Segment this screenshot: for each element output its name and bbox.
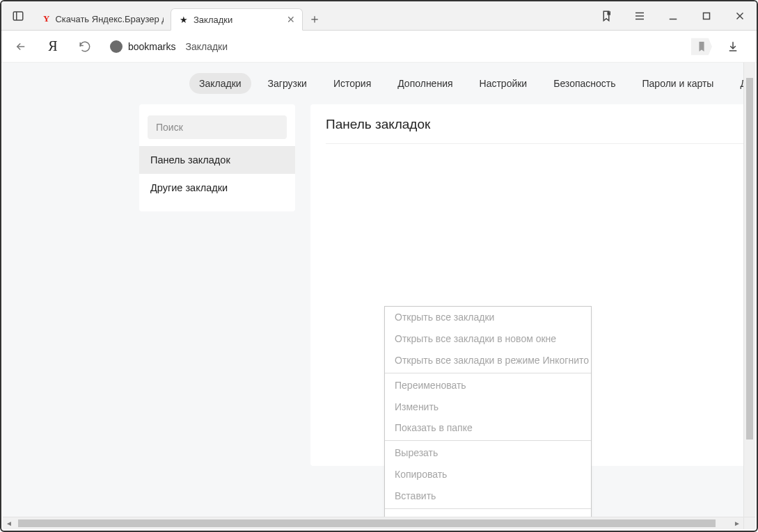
ctx-copy[interactable]: Копировать	[385, 464, 591, 485]
ctx-open-all-incognito[interactable]: Открыть все закладки в режиме Инкогнито	[385, 350, 591, 371]
panel-heading: Панель закладок	[326, 117, 755, 144]
downloads-button[interactable]	[719, 33, 747, 61]
star-icon: ★	[180, 15, 188, 25]
nav-settings[interactable]: Настройки	[470, 73, 537, 94]
bookmark-flag[interactable]	[691, 36, 712, 57]
menu-button[interactable]	[623, 1, 656, 31]
tab-strip: Y Скачать Яндекс.Браузер д ★ Закладки ✕ …	[35, 1, 326, 30]
nav-security[interactable]: Безопасность	[544, 73, 625, 94]
ctx-edit[interactable]: Изменить	[385, 396, 591, 418]
address-title: Закладки	[185, 41, 228, 52]
nav-downloads[interactable]: Загрузки	[258, 73, 317, 94]
nav-bookmarks[interactable]: Закладки	[189, 73, 251, 94]
maximize-button[interactable]	[690, 1, 723, 31]
reload-icon	[79, 40, 91, 53]
ctx-separator	[385, 508, 591, 509]
maximize-icon	[700, 10, 713, 22]
yandex-ya-icon: Я	[48, 38, 57, 54]
scroll-left-arrow[interactable]: ◄	[3, 517, 15, 529]
scroll-thumb[interactable]	[18, 519, 716, 527]
home-yandex-button[interactable]: Я	[39, 33, 67, 61]
nav-history[interactable]: История	[324, 73, 381, 94]
back-button[interactable]	[7, 33, 35, 61]
tab-title: Закладки	[194, 15, 281, 25]
bookmark-this-button[interactable]	[590, 1, 623, 31]
page-body: Закладки Загрузки История Дополнения Нас…	[3, 63, 755, 529]
sidebar-item-label: Панель закладок	[150, 154, 230, 166]
nav-passwords[interactable]: Пароли и карты	[633, 73, 724, 94]
panel-toggle-button[interactable]	[1, 1, 35, 30]
toolbar: Я bookmarks Закладки	[1, 31, 757, 63]
bookmark-flag-icon	[691, 37, 712, 56]
address-bar[interactable]: bookmarks Закладки	[103, 35, 715, 58]
context-menu: Открыть все закладки Открыть все закладк…	[384, 306, 592, 529]
tab-close-button[interactable]: ✕	[287, 14, 295, 25]
svg-rect-6	[704, 13, 710, 19]
ctx-open-all[interactable]: Открыть все закладки	[385, 307, 591, 328]
scroll-thumb[interactable]	[746, 78, 753, 440]
reload-button[interactable]	[71, 33, 99, 61]
minimize-icon	[667, 10, 679, 22]
sidebar-item-bookmarks-bar[interactable]: Панель закладок	[139, 146, 295, 174]
page-viewport: Закладки Загрузки История Дополнения Нас…	[3, 63, 755, 529]
close-window-button[interactable]	[723, 1, 757, 31]
search-placeholder: Поиск	[156, 122, 183, 133]
ctx-show-in-folder[interactable]: Показать в папке	[385, 417, 591, 439]
vertical-scrollbar[interactable]	[743, 63, 755, 517]
horizontal-scrollbar[interactable]: ◄ ►	[3, 517, 743, 529]
bookmarks-sidebar: Поиск Панель закладок Другие закладки	[139, 104, 295, 211]
sidebar-item-label: Другие закладки	[150, 182, 228, 193]
titlebar: Y Скачать Яндекс.Браузер д ★ Закладки ✕ …	[1, 1, 757, 31]
address-host: bookmarks	[128, 41, 175, 52]
nav-addons[interactable]: Дополнения	[388, 73, 462, 94]
ctx-separator	[385, 373, 591, 373]
yandex-y-icon: Y	[43, 13, 49, 24]
ctx-paste[interactable]: Вставить	[385, 485, 591, 507]
hamburger-icon	[633, 10, 646, 22]
panel-icon	[12, 10, 24, 22]
tab-title: Скачать Яндекс.Браузер д	[55, 14, 164, 24]
sidebar-item-other-bookmarks[interactable]: Другие закладки	[139, 174, 295, 202]
site-identity-icon	[110, 40, 123, 53]
minimize-button[interactable]	[656, 1, 690, 31]
ctx-rename[interactable]: Переименовать	[385, 375, 591, 396]
ctx-separator	[385, 440, 591, 441]
ctx-open-all-new-window[interactable]: Открыть все закладки в новом окне	[385, 328, 591, 350]
search-input[interactable]: Поиск	[148, 115, 287, 139]
svg-rect-0	[13, 12, 23, 20]
arrow-left-icon	[15, 40, 27, 53]
window-controls	[590, 1, 757, 30]
tab-bookmarks[interactable]: ★ Закладки ✕	[171, 8, 303, 31]
tab-yandex-download[interactable]: Y Скачать Яндекс.Браузер д	[35, 8, 171, 30]
download-icon	[727, 40, 739, 53]
close-icon	[734, 10, 746, 22]
new-tab-button[interactable]: ＋	[303, 8, 326, 30]
scroll-right-arrow[interactable]: ►	[731, 517, 743, 529]
settings-nav: Закладки Загрузки История Дополнения Нас…	[3, 63, 755, 104]
bookmark-ribbon-icon	[600, 10, 613, 22]
ctx-cut[interactable]: Вырезать	[385, 442, 591, 464]
scroll-corner	[743, 517, 755, 529]
